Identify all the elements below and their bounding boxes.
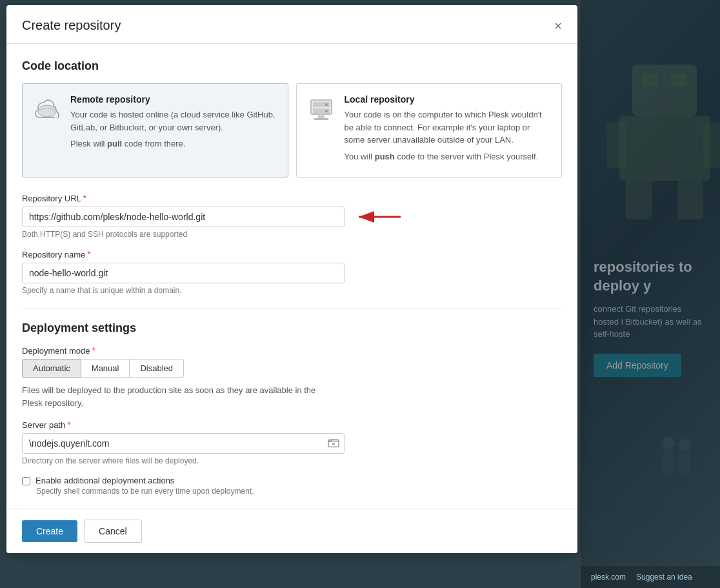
local-repository-card[interactable]: Local repository Your code is on the com… [296,83,563,177]
section-divider [22,308,562,309]
server-path-label: Server path * [22,420,562,430]
plesk-link[interactable]: plesk.com [591,573,626,582]
svg-point-16 [325,103,328,106]
enable-actions-hint: Specify shell commands to be run every t… [36,487,562,496]
svg-rect-18 [318,114,325,118]
required-star-url: * [83,193,86,203]
local-card-note: You will push code to the server with Pl… [345,150,552,163]
modal-close-button[interactable]: × [554,19,562,32]
enable-actions-checkbox-group: Enable additional deployment actions [22,476,562,485]
repository-url-input[interactable] [22,207,345,227]
repository-name-hint: Specify a name that is unique within a d… [22,286,562,295]
local-card-content: Local repository Your code is on the com… [345,94,552,167]
local-card-title: Local repository [345,94,552,105]
local-card-desc: Your code is on the computer to which Pl… [345,108,552,147]
svg-rect-19 [314,118,328,120]
deployment-heading: Deployment settings [22,321,562,335]
suggest-idea-link[interactable]: Suggest an idea [636,573,692,582]
remote-card-desc: Your code is hosted online (a cloud serv… [70,108,277,134]
modal-title: Create repository [22,18,121,33]
repository-name-group: Repository name * Specify a name that is… [22,249,562,295]
svg-point-12 [38,105,56,117]
server-path-hint: Directory on the server where files will… [22,456,562,465]
deployment-mode-group: Deployment mode * Automatic Manual Disab… [22,345,562,409]
cloud-icon [33,96,61,124]
remote-card-title: Remote repository [70,94,277,105]
arrow-annotation [352,207,404,227]
create-button[interactable]: Create [22,520,77,542]
mode-disabled-button[interactable]: Disabled [130,359,184,378]
svg-point-17 [325,110,328,112]
server-path-input-container [22,433,345,454]
deployment-mode-note: Files will be deployed to the production… [22,384,332,409]
repository-url-hint: Both HTTP(S) and SSH protocols are suppo… [22,230,562,239]
enable-actions-checkbox[interactable] [22,477,30,485]
remote-card-note: Plesk will pull code from there. [70,137,277,150]
deployment-mode-toggle-group: Automatic Manual Disabled [22,359,562,378]
enable-actions-group: Enable additional deployment actions Spe… [22,476,562,496]
cancel-button[interactable]: Cancel [84,520,142,543]
server-path-group: Server path * Directory on the server wh… [22,420,562,465]
modal-body: Code location Remote repository Your cod… [6,44,577,509]
mode-automatic-button[interactable]: Automatic [22,359,81,378]
svg-rect-22 [332,443,335,445]
required-star-path: * [67,420,70,430]
code-location-heading: Code location [22,59,562,73]
enable-actions-label[interactable]: Enable additional deployment actions [35,476,174,485]
repository-name-input[interactable] [22,263,345,283]
modal-footer: Create Cancel [6,509,577,553]
server-icon [307,96,335,124]
modal-header: Create repository × [6,5,577,44]
code-location-cards: Remote repository Your code is hosted on… [22,83,562,177]
server-path-input[interactable] [22,433,345,454]
required-star-name: * [87,249,90,259]
remote-card-content: Remote repository Your code is hosted on… [70,94,277,154]
folder-browse-icon[interactable] [328,438,339,450]
deployment-mode-label: Deployment mode * [22,345,562,356]
remote-repository-card[interactable]: Remote repository Your code is hosted on… [22,83,288,177]
repository-url-label: Repository URL * [22,193,562,203]
page-footer: plesk.com Suggest an idea [581,566,720,588]
create-repository-modal: Create repository × Code location Remote… [6,5,577,553]
mode-manual-button[interactable]: Manual [81,359,130,378]
url-input-arrow-container [22,207,562,227]
repository-url-group: Repository URL * Both [22,193,562,239]
repository-name-label: Repository name * [22,249,562,259]
required-star-mode: * [92,345,95,356]
